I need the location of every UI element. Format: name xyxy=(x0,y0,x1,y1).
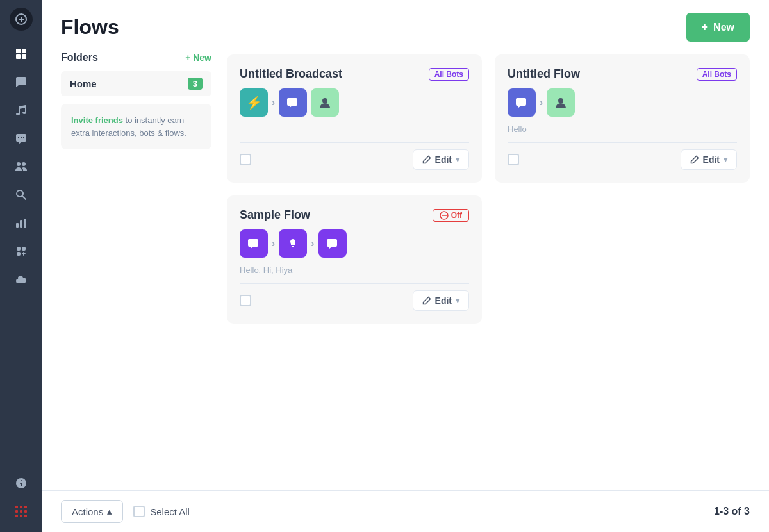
step-icon-trigger: ⚡ xyxy=(240,88,268,117)
svg-rect-6 xyxy=(22,54,26,59)
card-description: Hello, Hi, Hiya xyxy=(240,265,469,276)
sidebar-icon-cloud[interactable] xyxy=(8,267,34,292)
card-title: Untitled Broadcast xyxy=(240,67,342,81)
plus-icon: + xyxy=(702,21,709,34)
sidebar-icon-broadcast[interactable] xyxy=(8,97,34,123)
folder-name: Home xyxy=(70,78,97,89)
invite-link[interactable]: Invite friends xyxy=(71,115,123,125)
svg-rect-11 xyxy=(20,510,22,513)
svg-rect-9 xyxy=(24,506,27,508)
svg-rect-14 xyxy=(20,515,22,517)
page-header: Flows + New xyxy=(42,0,769,52)
off-badge: Off xyxy=(433,209,469,222)
svg-rect-4 xyxy=(22,49,26,53)
step-arrow: › xyxy=(272,97,275,108)
card-footer: Edit ▾ xyxy=(240,142,469,170)
step-arrow: › xyxy=(272,238,275,249)
actions-label: Actions xyxy=(72,506,103,517)
sidebar-icon-chat[interactable] xyxy=(8,126,34,151)
sidebar-icon-hashtag[interactable] xyxy=(8,499,34,524)
card-header: Sample Flow Off xyxy=(240,208,469,222)
folders-panel: Folders + New Home 3 Invite friends to i… xyxy=(61,52,211,490)
folder-item-home[interactable]: Home 3 xyxy=(61,71,211,96)
card-description xyxy=(240,124,469,135)
chevron-down-icon: ▾ xyxy=(456,155,459,164)
card-flow-steps: › › xyxy=(240,229,469,258)
sidebar-icon-info[interactable] xyxy=(8,470,34,496)
sidebar xyxy=(0,0,42,532)
card-description: Hello xyxy=(508,124,737,135)
svg-rect-5 xyxy=(16,54,21,59)
card-select-checkbox[interactable] xyxy=(508,154,519,165)
sidebar-icon-apps[interactable] xyxy=(8,238,34,264)
card-title: Untitled Flow xyxy=(508,67,580,81)
flow-card-untitled-flow: Untitled Flow All Bots › xyxy=(495,54,750,183)
sidebar-icon-users[interactable] xyxy=(8,154,34,179)
step-icon-message1 xyxy=(240,229,268,258)
svg-rect-15 xyxy=(24,515,27,517)
content-area: Folders + New Home 3 Invite friends to i… xyxy=(42,52,769,490)
edit-button[interactable]: Edit ▾ xyxy=(413,290,469,311)
svg-rect-12 xyxy=(24,510,27,513)
edit-label: Edit xyxy=(435,295,452,306)
step-arrow2: › xyxy=(311,238,314,249)
new-button-label: New xyxy=(713,22,734,33)
card-footer: Edit ▾ xyxy=(508,142,737,170)
main-content: Flows + New Folders + New Home 3 Invite … xyxy=(42,0,769,532)
card-header: Untitled Broadcast All Bots xyxy=(240,67,469,81)
flows-grid: Untitled Broadcast All Bots ⚡ › xyxy=(227,52,750,490)
folders-new-link[interactable]: + New xyxy=(185,53,211,63)
step-icon-message xyxy=(508,88,536,117)
card-footer: Edit ▾ xyxy=(240,283,469,311)
svg-rect-8 xyxy=(20,506,22,508)
bottom-bar: Actions ▴ Select All 1-3 of 3 xyxy=(42,490,769,532)
invite-box: Invite friends to instantly earn extra i… xyxy=(61,104,211,149)
svg-rect-7 xyxy=(15,506,18,508)
chevron-down-icon: ▾ xyxy=(456,296,459,305)
all-bots-badge: All Bots xyxy=(429,68,469,81)
logo-button[interactable] xyxy=(10,8,33,31)
pagination-text: 1-3 of 3 xyxy=(714,506,750,517)
select-all-label: Select All xyxy=(150,506,190,517)
sidebar-icon-message[interactable] xyxy=(8,69,34,95)
flow-card-untitled-broadcast: Untitled Broadcast All Bots ⚡ › xyxy=(227,54,482,183)
sidebar-icon-search[interactable] xyxy=(8,182,34,208)
chevron-down-icon: ▾ xyxy=(724,155,727,164)
edit-label: Edit xyxy=(703,154,720,165)
edit-button[interactable]: Edit ▾ xyxy=(681,149,737,170)
card-header: Untitled Flow All Bots xyxy=(508,67,737,81)
actions-button[interactable]: Actions ▴ xyxy=(61,500,123,523)
select-all-area[interactable]: Select All xyxy=(133,506,190,517)
select-all-checkbox[interactable] xyxy=(133,506,145,517)
step-icon-message2 xyxy=(318,229,347,258)
svg-rect-3 xyxy=(16,49,21,53)
svg-point-16 xyxy=(322,98,327,103)
off-label: Off xyxy=(451,211,462,220)
chevron-up-icon: ▴ xyxy=(107,506,112,517)
edit-button[interactable]: Edit ▾ xyxy=(413,149,469,170)
folders-title: Folders xyxy=(61,52,98,63)
card-select-checkbox[interactable] xyxy=(240,154,251,165)
svg-rect-10 xyxy=(15,510,18,513)
step-icon-message xyxy=(279,88,307,117)
step-icon-question xyxy=(279,229,307,258)
card-select-checkbox[interactable] xyxy=(240,295,251,306)
sidebar-icon-grid[interactable] xyxy=(8,41,34,67)
card-flow-steps: › xyxy=(508,88,737,117)
new-flow-button[interactable]: + New xyxy=(686,13,750,42)
all-bots-badge: All Bots xyxy=(697,68,737,81)
step-icon-user xyxy=(547,88,575,117)
card-flow-steps: ⚡ › xyxy=(240,88,469,117)
step-icon-user xyxy=(311,88,339,117)
edit-label: Edit xyxy=(435,154,452,165)
folder-count-badge: 3 xyxy=(188,78,203,90)
folders-header: Folders + New xyxy=(61,52,211,63)
card-title: Sample Flow xyxy=(240,208,310,222)
cards-container: Untitled Broadcast All Bots ⚡ › xyxy=(227,52,750,324)
flow-card-sample-flow: Sample Flow Off xyxy=(227,195,482,324)
sidebar-icon-analytics[interactable] xyxy=(8,210,34,236)
page-title: Flows xyxy=(61,15,119,39)
svg-rect-13 xyxy=(15,515,18,517)
step-arrow: › xyxy=(540,97,543,108)
svg-point-17 xyxy=(558,98,563,103)
